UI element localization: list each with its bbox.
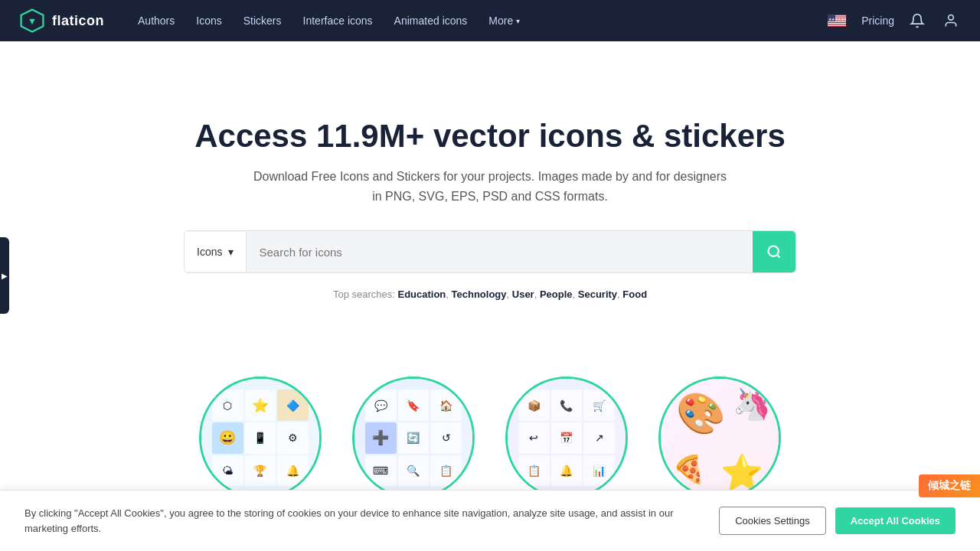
search-button[interactable] xyxy=(753,231,795,272)
iface-cell-4: ➕ xyxy=(365,422,397,454)
sticker-2: 🦄 xyxy=(733,386,771,422)
iface-cell-2: 🔖 xyxy=(398,390,430,421)
pricing-link[interactable]: Pricing xyxy=(861,15,894,27)
iface-cell-8: 🔍 xyxy=(398,455,430,487)
nav-interface-icons[interactable]: Interface icons xyxy=(294,10,382,31)
iface-cell-3: 🏠 xyxy=(430,390,462,421)
search-bar: Icons ▾ xyxy=(184,230,796,273)
anim-cell-5: 📅 xyxy=(551,422,583,454)
nav-stickers[interactable]: Stickers xyxy=(234,10,291,31)
sticker-4: ⭐ xyxy=(720,452,763,493)
search-type-selector[interactable]: Icons ▾ xyxy=(185,232,247,272)
side-widget[interactable]: ▶ xyxy=(0,237,9,314)
language-selector[interactable]: ★★★★★★★★★ xyxy=(825,11,849,30)
nav-authors[interactable]: Authors xyxy=(129,10,184,31)
icons-cell-2: ⭐ xyxy=(245,390,276,421)
top-searches-label: Top searches: xyxy=(333,289,395,300)
top-search-user[interactable]: User xyxy=(512,289,534,300)
side-widget-arrow-icon: ▶ xyxy=(2,272,8,280)
anim-cell-9: 📊 xyxy=(583,455,615,487)
cookie-settings-button[interactable]: Cookies Settings xyxy=(719,507,826,535)
icons-category-circle: ⬡ ⭐ 🔷 😀 📱 ⚙ 🌤 🏆 🔔 xyxy=(199,377,322,499)
user-account-icon[interactable] xyxy=(940,10,962,31)
anim-cell-7: 📋 xyxy=(518,455,550,487)
top-search-technology[interactable]: Technology xyxy=(452,289,507,300)
search-type-label: Icons xyxy=(197,246,222,258)
sticker-3: 🍕 xyxy=(672,454,706,485)
flag-icon: ★★★★★★★★★ xyxy=(828,15,846,27)
svg-text:★★★★★★★★★: ★★★★★★★★★ xyxy=(828,17,846,21)
nav-animated-icons[interactable]: Animated icons xyxy=(385,10,477,31)
iface-cell-5: 🔄 xyxy=(398,422,430,454)
anim-cell-4: ↩ xyxy=(518,422,550,454)
interface-icons-category-circle: 💬 🔖 🏠 ➕ 🔄 ↺ ⌨ 🔍 📋 xyxy=(352,377,475,499)
nav-more[interactable]: More ▾ xyxy=(479,10,529,31)
anim-cell-1: 📦 xyxy=(518,390,550,421)
anim-cell-6: ↗ xyxy=(583,422,615,454)
iface-cell-6: ↺ xyxy=(430,422,462,454)
top-search-food[interactable]: Food xyxy=(622,289,647,300)
svg-rect-7 xyxy=(828,23,846,24)
nav-right: ★★★★★★★★★ Pricing xyxy=(825,10,962,31)
icons-cell-5: 📱 xyxy=(245,422,276,454)
search-icon xyxy=(766,244,782,259)
logo-text: flaticon xyxy=(52,13,104,29)
accept-all-cookies-button[interactable]: Accept All Cookies xyxy=(835,507,956,534)
logo-icon: ▼ xyxy=(18,7,46,34)
icons-cell-6: ⚙ xyxy=(277,422,309,454)
top-searches: Top searches: Education, Technology, Use… xyxy=(18,289,962,300)
icons-cell-3: 🔷 xyxy=(277,390,309,421)
svg-rect-8 xyxy=(828,25,846,26)
more-chevron-icon: ▾ xyxy=(516,17,520,25)
top-search-people[interactable]: People xyxy=(540,289,573,300)
iface-cell-9: 📋 xyxy=(430,455,462,487)
hero-subtitle: Download Free Icons and Stickers for you… xyxy=(253,167,727,206)
notifications-icon[interactable] xyxy=(906,10,928,31)
icons-cell-1: ⬡ xyxy=(212,390,243,421)
svg-point-12 xyxy=(769,246,779,256)
top-search-education[interactable]: Education xyxy=(397,289,446,300)
stickers-category-circle: 🎨 🦄 🍕 ⭐ xyxy=(658,377,781,499)
iface-cell-1: 💬 xyxy=(365,390,397,421)
cookie-text: By clicking "Accept All Cookies", you ag… xyxy=(24,506,701,536)
search-type-chevron-icon: ▾ xyxy=(228,246,234,258)
icons-cell-4: 😀 xyxy=(212,422,243,454)
search-input[interactable] xyxy=(247,232,753,272)
icons-cell-8: 🏆 xyxy=(245,455,276,487)
svg-line-13 xyxy=(777,255,780,258)
logo[interactable]: ▼ flaticon xyxy=(18,7,104,34)
anim-cell-8: 🔔 xyxy=(551,455,583,487)
svg-text:▼: ▼ xyxy=(28,16,37,27)
animated-icons-category-circle: 📦 📞 🛒 ↩ 📅 ↗ 📋 🔔 📊 xyxy=(505,377,628,499)
anim-cell-3: 🛒 xyxy=(583,390,615,421)
hero-section: Access 11.9M+ vector icons & stickers Do… xyxy=(0,41,980,377)
watermark: 倾城之链 xyxy=(919,474,980,497)
anim-cell-2: 📞 xyxy=(551,390,583,421)
sticker-1: 🎨 xyxy=(676,390,726,437)
nav-links: Authors Icons Stickers Interface icons A… xyxy=(129,10,825,31)
iface-cell-7: ⌨ xyxy=(365,455,397,487)
nav-icons[interactable]: Icons xyxy=(187,10,230,31)
icons-cell-9: 🔔 xyxy=(277,455,309,487)
hero-title: Access 11.9M+ vector icons & stickers xyxy=(18,118,962,155)
svg-point-11 xyxy=(949,15,954,21)
icons-cell-7: 🌤 xyxy=(212,455,243,487)
navbar: ▼ flaticon Authors Icons Stickers Interf… xyxy=(0,0,980,41)
cookie-banner: By clicking "Accept All Cookies", you ag… xyxy=(0,490,980,551)
top-search-security[interactable]: Security xyxy=(578,289,617,300)
cookie-actions: Cookies Settings Accept All Cookies xyxy=(719,507,956,535)
